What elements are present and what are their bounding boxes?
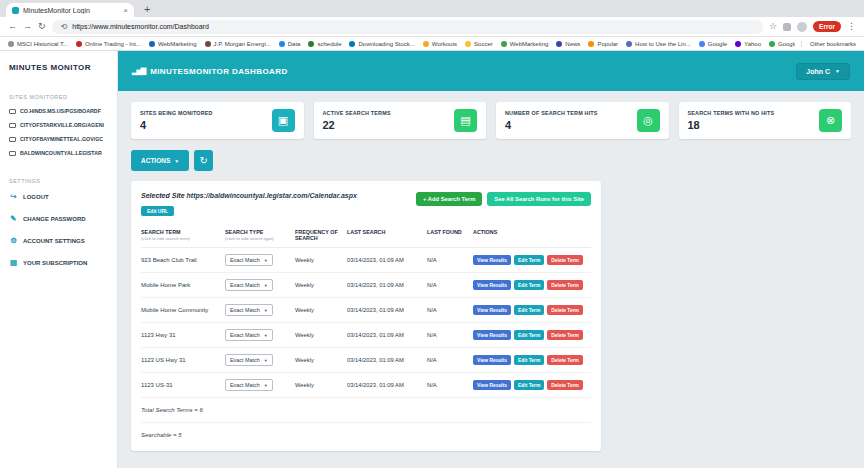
bookmark-label: WebMarketing [158, 41, 197, 47]
sidebar-settings-item[interactable]: ⚙ ACCOUNT SETTINGS [9, 236, 108, 245]
delete-term-button[interactable]: Delete Term [547, 330, 583, 340]
view-results-button[interactable]: View Results [473, 280, 511, 290]
view-results-button[interactable]: View Results [473, 255, 511, 265]
bookmark-item[interactable]: How to Use the Lin... [626, 41, 691, 47]
view-results-button[interactable]: View Results [473, 355, 511, 365]
edit-term-button[interactable]: Edit Term [514, 305, 544, 315]
frequency-cell: Weekly [295, 382, 343, 388]
tab-close-icon[interactable]: × [123, 6, 128, 15]
table-row: 923 Beach Club Trail Exact Match ▼ Weekl… [141, 248, 591, 273]
back-icon[interactable]: ← [8, 22, 17, 31]
bookmark-star-icon[interactable]: ☆ [769, 22, 777, 31]
bookmark-favicon-icon [279, 41, 285, 47]
search-type-select[interactable]: Exact Match ▼ [225, 379, 273, 391]
settings-item-label: YOUR SUBSCRIPTION [23, 260, 87, 266]
url-input[interactable]: ⟲ https://www.minutesmonitor.com/Dashboa… [52, 20, 763, 34]
bookmark-item[interactable]: WebMarketing [501, 41, 549, 47]
bookmark-item[interactable]: Downloading Stock... [349, 41, 414, 47]
sidebar-site-item[interactable]: CITYOFSTARKVILLE.ORG/AGENI [9, 122, 108, 128]
new-tab-button[interactable]: + [144, 3, 150, 15]
bookmark-item[interactable]: Google [769, 41, 795, 47]
sidebar-settings-item[interactable]: ↪ LOGOUT [9, 192, 108, 201]
bookmark-item[interactable]: Yahoo [735, 41, 761, 47]
sidebar-site-item[interactable]: CITYOFBAYMINETTEAL.GOV/GC [9, 136, 108, 142]
forward-icon[interactable]: → [23, 22, 32, 31]
actions-toolbar: ACTIONS ▼ ↻ [118, 141, 864, 173]
sidebar-site-item[interactable]: BALDWINCOUNTYAL.LEGISTAR [9, 150, 108, 156]
site-label: CITYOFSTARKVILLE.ORG/AGENI [20, 122, 104, 128]
search-type-select[interactable]: Exact Match ▼ [225, 304, 273, 316]
bookmark-item[interactable]: Online Trading - Int... [76, 41, 141, 47]
refresh-icon: ↻ [200, 155, 208, 166]
search-type-value: Exact Match [230, 357, 260, 363]
selected-site-line: Selected Site https://baldwincountyal.le… [141, 192, 357, 199]
search-term-cell[interactable]: 1123 Hwy 31 [141, 332, 221, 338]
view-results-button[interactable]: View Results [473, 380, 511, 390]
settings-item-icon: ⚙ [9, 236, 18, 245]
extensions-icon[interactable] [783, 23, 791, 31]
other-bookmarks[interactable]: Other bookmarks [801, 41, 856, 47]
add-search-term-button[interactable]: + Add Search Term [416, 192, 482, 206]
bookmark-item[interactable]: MSCI Historical T... [8, 41, 68, 47]
bookmark-item[interactable]: Popular [588, 41, 618, 47]
search-type-select[interactable]: Exact Match ▼ [225, 254, 273, 266]
bookmark-item[interactable]: schedule [308, 41, 341, 47]
table-row: 1123 Hwy 31 Exact Match ▼ Weekly 03/14/2… [141, 323, 591, 348]
settings-heading: SETTINGS [9, 178, 108, 184]
bookmark-item[interactable]: Workouts [423, 41, 457, 47]
refresh-button[interactable]: ↻ [194, 150, 213, 171]
bookmark-item[interactable]: Data [279, 41, 301, 47]
sidebar-settings-item[interactable]: ✎ CHANGE PASSWORD [9, 214, 108, 223]
edit-term-button[interactable]: Edit Term [514, 380, 544, 390]
actions-dropdown-button[interactable]: ACTIONS ▼ [131, 150, 189, 171]
search-type-select[interactable]: Exact Match ▼ [225, 354, 273, 366]
bookmark-item[interactable]: News [556, 41, 580, 47]
profile-avatar[interactable] [797, 22, 807, 32]
address-bar: ← → ↻ ⟲ https://www.minutesmonitor.com/D… [0, 17, 864, 37]
edit-term-button[interactable]: Edit Term [514, 255, 544, 265]
search-type-select[interactable]: Exact Match ▼ [225, 329, 273, 341]
search-term-cell[interactable]: 1123 US-31 [141, 382, 221, 388]
bookmark-favicon-icon [626, 41, 632, 47]
column-label: FREQUENCY OF SEARCH [295, 229, 343, 241]
browser-tab[interactable]: MinutesMonitor Login × [6, 3, 134, 17]
search-type-select[interactable]: Exact Match ▼ [225, 279, 273, 291]
view-results-button[interactable]: View Results [473, 305, 511, 315]
delete-term-button[interactable]: Delete Term [547, 255, 583, 265]
bookmark-favicon-icon [588, 41, 594, 47]
bookmark-item[interactable]: J.P. Morgan Emergi... [205, 41, 271, 47]
actions-label: ACTIONS [141, 157, 170, 164]
last-search-cell: 03/14/2023, 01:09 AM [347, 357, 423, 363]
search-term-cell[interactable]: Mobile Home Park [141, 282, 221, 288]
see-all-search-runs-button[interactable]: See All Search Runs for this Site [487, 192, 591, 206]
edit-term-button[interactable]: Edit Term [514, 355, 544, 365]
edit-url-button[interactable]: Edit URL [141, 206, 174, 216]
chevron-down-icon: ▼ [264, 358, 268, 363]
bookmark-item[interactable]: Google [699, 41, 727, 47]
user-menu-button[interactable]: John C ▼ [796, 63, 850, 80]
search-type-cell: Exact Match ▼ [225, 379, 291, 391]
column-label: SEARCH TERM [141, 229, 221, 235]
browser-menu-icon[interactable]: ⋮ [847, 22, 856, 31]
app-brand: MINUTES MONITOR [9, 63, 108, 72]
delete-term-button[interactable]: Delete Term [547, 380, 583, 390]
edit-term-button[interactable]: Edit Term [514, 280, 544, 290]
view-results-button[interactable]: View Results [473, 330, 511, 340]
sidebar: MINUTES MONITOR SITES MONITORED CO.HINDS… [0, 51, 118, 468]
sidebar-settings-item[interactable]: ▤ YOUR SUBSCRIPTION [9, 258, 108, 267]
delete-term-button[interactable]: Delete Term [547, 305, 583, 315]
bookmark-item[interactable]: WebMarketing [149, 41, 197, 47]
search-term-cell[interactable]: Mobile Home Community [141, 307, 221, 313]
reload-icon[interactable]: ↻ [38, 22, 46, 31]
bookmark-item[interactable]: Soccer [465, 41, 493, 47]
profile-error-badge[interactable]: Error [813, 21, 841, 32]
bookmark-label: J.P. Morgan Emergi... [214, 41, 271, 47]
bookmark-favicon-icon [308, 41, 314, 47]
delete-term-button[interactable]: Delete Term [547, 280, 583, 290]
table-header-cell: SEARCH TERM (click to edit search term) [141, 229, 221, 242]
sidebar-site-item[interactable]: CO.HINDS.MS.US/PGS/BOARDF [9, 108, 108, 114]
delete-term-button[interactable]: Delete Term [547, 355, 583, 365]
search-term-cell[interactable]: 1123 US Hwy 31 [141, 357, 221, 363]
edit-term-button[interactable]: Edit Term [514, 330, 544, 340]
search-term-cell[interactable]: 923 Beach Club Trail [141, 257, 221, 263]
